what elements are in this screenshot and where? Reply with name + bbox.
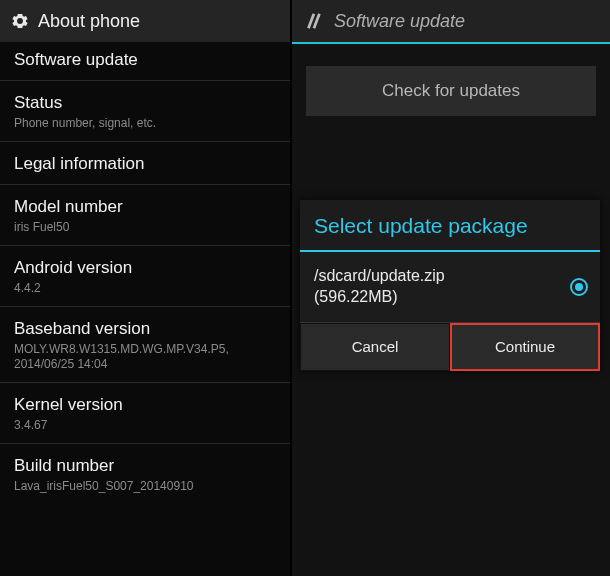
update-package-option[interactable]: /sdcard/update.zip (596.22MB) (300, 252, 600, 323)
slashes-icon (302, 10, 324, 32)
about-phone-panel: About phone Software update Status Phone… (0, 0, 292, 576)
software-update-header: Software update (292, 0, 610, 42)
row-title: Build number (14, 456, 276, 476)
row-sub: 4.4.2 (14, 281, 276, 296)
gear-icon (10, 11, 30, 31)
option-size: (596.22MB) (314, 288, 398, 305)
row-status[interactable]: Status Phone number, signal, etc. (0, 81, 290, 142)
accent-bar (292, 42, 610, 44)
dialog-buttons: Cancel Continue (300, 323, 600, 371)
row-sub: MOLY.WR8.W1315.MD.WG.MP.V34.P5, 2014/06/… (14, 342, 276, 372)
continue-label: Continue (495, 338, 555, 355)
row-title: Kernel version (14, 395, 276, 415)
cancel-label: Cancel (352, 338, 399, 355)
row-sub: Phone number, signal, etc. (14, 116, 276, 131)
svg-line-1 (314, 14, 320, 29)
software-update-header-label: Software update (334, 11, 465, 32)
dialog-title: Select update package (300, 200, 600, 252)
check-for-updates-label: Check for updates (382, 81, 520, 101)
check-for-updates-button[interactable]: Check for updates (306, 66, 596, 116)
row-model-number[interactable]: Model number iris Fuel50 (0, 185, 290, 246)
row-software-update[interactable]: Software update (0, 44, 290, 81)
row-kernel-version[interactable]: Kernel version 3.4.67 (0, 383, 290, 444)
row-baseband-version[interactable]: Baseband version MOLY.WR8.W1315.MD.WG.MP… (0, 307, 290, 383)
software-update-panel: Software update Check for updates Select… (292, 0, 610, 576)
row-android-version[interactable]: Android version 4.4.2 (0, 246, 290, 307)
row-title: Legal information (14, 154, 276, 174)
about-phone-header: About phone (0, 0, 290, 42)
about-phone-header-label: About phone (38, 11, 140, 32)
option-text: /sdcard/update.zip (596.22MB) (314, 266, 562, 308)
svg-line-0 (308, 14, 314, 29)
about-list[interactable]: Software update Status Phone number, sig… (0, 42, 290, 504)
row-legal-information[interactable]: Legal information (0, 142, 290, 185)
row-sub: Lava_irisFuel50_S007_20140910 (14, 479, 276, 494)
row-sub: iris Fuel50 (14, 220, 276, 235)
radio-selected-icon[interactable] (570, 278, 588, 296)
row-title: Status (14, 93, 276, 113)
row-title: Model number (14, 197, 276, 217)
row-title: Baseband version (14, 319, 276, 339)
row-title: Android version (14, 258, 276, 278)
row-sub: 3.4.67 (14, 418, 276, 433)
cancel-button[interactable]: Cancel (300, 323, 450, 371)
option-path: /sdcard/update.zip (314, 267, 445, 284)
select-update-package-dialog: Select update package /sdcard/update.zip… (300, 200, 600, 371)
row-title: Software update (14, 50, 276, 70)
continue-button[interactable]: Continue (450, 323, 600, 371)
row-build-number[interactable]: Build number Lava_irisFuel50_S007_201409… (0, 444, 290, 504)
